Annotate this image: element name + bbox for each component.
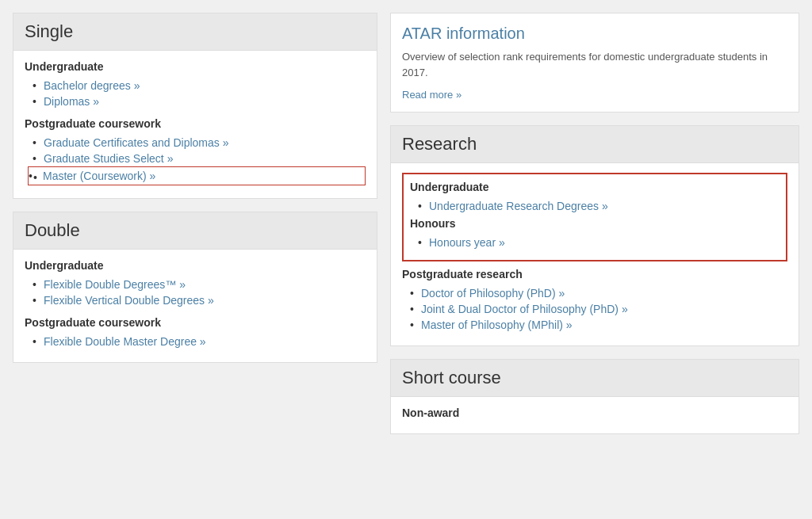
list-item: Doctor of Philosophy (PhD) » <box>410 285 787 301</box>
list-item: Graduate Certificates and Diplomas » <box>33 135 366 151</box>
single-card: Single Undergraduate Bachelor degrees » … <box>13 13 377 199</box>
single-undergraduate-title: Undergraduate <box>25 60 366 73</box>
atar-card: ATAR information Overview of selection r… <box>390 13 799 113</box>
double-postgrad-title: Postgraduate coursework <box>25 316 366 329</box>
double-card-header: Double <box>13 212 377 250</box>
grad-studies-select-link[interactable]: Graduate Studies Select » <box>44 152 173 165</box>
short-course-body: Non-award <box>391 397 799 433</box>
atar-title: ATAR information <box>402 25 787 43</box>
list-item: Diplomas » <box>33 93 366 109</box>
bachelor-degrees-link[interactable]: Bachelor degrees » <box>44 79 140 92</box>
single-card-body: Undergraduate Bachelor degrees » Diploma… <box>13 51 377 198</box>
single-undergraduate-list: Bachelor degrees » Diplomas » <box>25 78 366 109</box>
phd-link[interactable]: Doctor of Philosophy (PhD) » <box>421 287 565 300</box>
research-honours-title: Honours <box>410 217 779 230</box>
atar-description: Overview of selection rank requirements … <box>402 49 787 80</box>
list-item: Flexible Double Degrees™ » <box>33 277 366 292</box>
research-card-header: Research <box>391 126 799 163</box>
flexible-double-degrees-link[interactable]: Flexible Double Degrees™ » <box>44 278 186 291</box>
list-item: Undergraduate Research Degrees » <box>418 198 779 214</box>
flexible-vertical-double-link[interactable]: Flexible Vertical Double Degrees » <box>44 294 214 307</box>
research-undergraduate-list: Undergraduate Research Degrees » <box>410 198 779 214</box>
flexible-double-master-link[interactable]: Flexible Double Master Degree » <box>44 335 206 348</box>
list-item: Flexible Double Master Degree » <box>33 334 366 349</box>
short-course-header: Short course <box>391 360 799 397</box>
grad-certs-link[interactable]: Graduate Certificates and Diplomas » <box>44 136 228 149</box>
master-coursework-link[interactable]: Master (Coursework) » <box>43 170 155 182</box>
honours-year-link[interactable]: Honours year » <box>429 236 505 249</box>
single-postgrad-list: Graduate Certificates and Diplomas » Gra… <box>25 135 366 185</box>
double-card-body: Undergraduate Flexible Double Degrees™ »… <box>13 250 377 362</box>
read-more-link[interactable]: Read more » <box>402 89 462 101</box>
double-postgrad-list: Flexible Double Master Degree » <box>25 334 366 349</box>
research-postgrad-title: Postgraduate research <box>402 268 787 280</box>
double-undergraduate-title: Undergraduate <box>25 259 366 272</box>
short-course-card: Short course Non-award <box>390 359 799 434</box>
double-undergraduate-list: Flexible Double Degrees™ » Flexible Vert… <box>25 277 366 308</box>
research-undergraduate-title: Undergraduate <box>410 181 779 193</box>
list-item: Graduate Studies Select » <box>33 151 366 166</box>
joint-dual-phd-link[interactable]: Joint & Dual Doctor of Philosophy (PhD) … <box>421 303 628 315</box>
single-card-header: Single <box>13 13 377 51</box>
double-card: Double Undergraduate Flexible Double Deg… <box>13 212 377 363</box>
list-item: Joint & Dual Doctor of Philosophy (PhD) … <box>410 301 787 317</box>
list-item: Flexible Vertical Double Degrees » <box>33 292 366 308</box>
research-honours-list: Honours year » <box>410 235 779 250</box>
list-item: • Master (Coursework) » <box>28 166 366 185</box>
research-postgrad-list: Doctor of Philosophy (PhD) » Joint & Dua… <box>402 285 787 333</box>
mphil-link[interactable]: Master of Philosophy (MPhil) » <box>421 319 573 331</box>
non-award-title: Non-award <box>402 406 787 419</box>
list-item: Master of Philosophy (MPhil) » <box>410 317 787 333</box>
diplomas-link[interactable]: Diplomas » <box>44 95 99 108</box>
research-highlighted-section: Undergraduate Undergraduate Research Deg… <box>402 173 787 261</box>
list-item: Bachelor degrees » <box>33 78 366 93</box>
list-item: Honours year » <box>418 235 779 250</box>
single-postgrad-title: Postgraduate coursework <box>25 117 366 130</box>
research-card-body: Undergraduate Undergraduate Research Deg… <box>391 163 799 345</box>
research-card: Research Undergraduate Undergraduate Res… <box>390 125 799 346</box>
undergrad-research-degrees-link[interactable]: Undergraduate Research Degrees » <box>429 200 608 212</box>
research-postgrad-section: Postgraduate research Doctor of Philosop… <box>402 268 787 333</box>
